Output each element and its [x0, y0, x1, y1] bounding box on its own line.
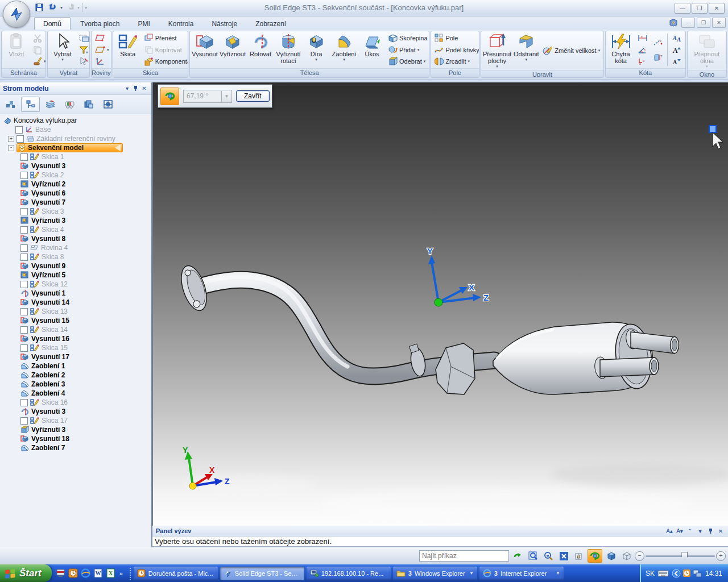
zoom-slider[interactable]: − +	[635, 551, 726, 561]
ribbon-button-coordinate-system[interactable]: z	[93, 56, 111, 67]
ribbon-button-pod-l-k-ivky[interactable]: Podél křivky	[433, 44, 479, 56]
ribbon-button--kos[interactable]: Úkos	[358, 32, 386, 68]
tree-item-base[interactable]: *Base	[0, 125, 151, 134]
visibility-checkbox[interactable]	[20, 281, 28, 288]
ribbon-button-format-brush[interactable]: ▾	[31, 56, 46, 67]
undo-dropdown[interactable]: ▾	[60, 5, 63, 10]
word-launch-icon[interactable]: W	[93, 568, 103, 578]
ribbon-button-sko-epina[interactable]: Skořepina▾	[387, 32, 429, 44]
visibility-checkbox[interactable]	[15, 126, 23, 134]
tab-dom-[interactable]: Domů	[34, 17, 71, 30]
tree-item-vysunut-16[interactable]: Vysunutí 16	[0, 334, 151, 343]
dropdown-arrow-icon[interactable]: ▾	[107, 48, 109, 52]
ribbon-button-text-increase[interactable]: A	[670, 44, 684, 56]
visibility-checkbox[interactable]	[16, 135, 24, 143]
visibility-checkbox[interactable]	[20, 326, 28, 334]
rotation-angle-combo[interactable]: 67,19 ° ▼	[183, 90, 232, 103]
tab-tvorba-ploch[interactable]: Tvorba ploch	[72, 18, 128, 30]
tab-pmi[interactable]: PMI	[129, 18, 158, 30]
visibility-checkbox[interactable]	[20, 253, 28, 261]
tree-item-vysunut-6[interactable]: Vysunutí 6	[0, 189, 151, 198]
visibility-checkbox[interactable]	[20, 344, 28, 352]
tree-item-skica-14[interactable]: Skica 14	[0, 325, 151, 334]
ribbon-button-zm-nit-velikost[interactable]: Změnit velikost▾	[541, 45, 602, 56]
tree-item-vysunut-3[interactable]: Vysunutí 3	[0, 161, 151, 171]
tree-tool-playback[interactable]	[61, 97, 78, 111]
tree-item-skica-8[interactable]: Skica 8	[0, 252, 151, 261]
application-button[interactable]	[3, 1, 30, 28]
tray-clock-icon[interactable]	[682, 569, 691, 577]
tree-item-koncovka-v-fuku-par[interactable]: Koncovka výfuku.par	[0, 116, 151, 125]
restore-button[interactable]: ❐	[692, 3, 708, 14]
dropdown-arrow-icon[interactable]: ▾	[468, 59, 470, 64]
internet-explorer-launch-icon[interactable]	[81, 568, 90, 578]
expand-icon[interactable]: +	[8, 136, 14, 142]
selected-item-highlight[interactable]: Sekvenční model	[16, 143, 123, 152]
viewport-3d[interactable]: Y X Z Y X Z	[152, 82, 728, 526]
redo-button[interactable]	[64, 2, 76, 13]
undo-button[interactable]	[47, 2, 59, 13]
tree-item-vy-znut-2[interactable]: Vyříznutí 2	[0, 180, 151, 189]
search-go-button[interactable]	[511, 550, 524, 562]
tree-item-skica-17[interactable]: Skica 17	[0, 416, 151, 425]
dropdown-arrow-icon[interactable]: ▾	[429, 36, 430, 40]
ribbon-button-p-epnout-okna[interactable]: Přepnout okna▾	[689, 32, 725, 69]
pin-icon[interactable]	[706, 527, 714, 535]
zoom-slider-thumb[interactable]	[681, 552, 688, 560]
tree-item-zaoblen-2[interactable]: Zaoblení 2	[0, 371, 151, 380]
ribbon-button-plane-menu[interactable]: ▾	[93, 44, 111, 56]
hide-tray-icons-button[interactable]	[672, 569, 681, 578]
dropdown-arrow-icon[interactable]: ▾	[706, 64, 708, 69]
dropdown-arrow-icon[interactable]: ▾	[315, 57, 317, 62]
ribbon-button-zrcadlit[interactable]: Zrcadlit▾	[433, 56, 479, 67]
tree-item-skica-4[interactable]: Skica 4	[0, 225, 151, 234]
ribbon-button-odstranit[interactable]: Odstranit▾	[512, 32, 540, 69]
minimize-button[interactable]: —	[675, 3, 690, 14]
save-button[interactable]	[33, 2, 46, 13]
visibility-checkbox[interactable]	[20, 208, 28, 215]
tree-item-vy-znut-3[interactable]: Vyříznutí 3	[0, 216, 151, 225]
ribbon-button-deselect[interactable]	[77, 56, 90, 67]
mdi-restore-button[interactable]: ❐	[697, 18, 710, 28]
tree-item-skica-3[interactable]: Skica 3	[0, 207, 151, 216]
tree-item-skica-15[interactable]: Skica 15	[0, 343, 151, 352]
ribbon-button-komponenta[interactable]: Komponenta	[143, 56, 188, 67]
ribbon-button-p-idat[interactable]: Přidat▾	[387, 44, 429, 56]
visibility-checkbox[interactable]	[20, 399, 28, 406]
ribbon-button-vysunout[interactable]: Vysunout	[191, 32, 218, 68]
mdi-close-button[interactable]: ✕	[712, 18, 726, 28]
ribbon-button-text-decrease[interactable]: A	[670, 56, 684, 67]
panel-close-icon[interactable]: ✕	[140, 85, 148, 93]
tree-tool-layers[interactable]	[42, 97, 59, 111]
tree-item-vysunut-18[interactable]: Vysunutí 18	[0, 434, 151, 443]
origin-point[interactable]	[435, 298, 442, 306]
visibility-checkbox[interactable]	[20, 172, 28, 179]
tree-item-zaoblen-3[interactable]: Zaoblení 3	[0, 380, 151, 389]
network-icon[interactable]	[693, 569, 702, 577]
exhaust-model[interactable]	[176, 263, 679, 394]
tree-tool-library[interactable]	[80, 97, 98, 111]
tree-item-z-kladn-referen-n-roviny[interactable]: +Základní referenční roviny	[0, 134, 151, 143]
tree-item-skica-16[interactable]: Skica 16	[0, 398, 151, 407]
zoom-button[interactable]: ±	[541, 550, 555, 562]
tree-item-vysunut-15[interactable]: Vysunutí 15	[0, 316, 151, 325]
dropdown-arrow-icon[interactable]: ▾	[417, 48, 420, 52]
ribbon-button-vlo-it[interactable]: Vložit	[3, 32, 30, 68]
ribbon-button-skica[interactable]: Skica	[114, 32, 142, 68]
help-icon[interactable]: ?	[667, 18, 680, 27]
ribbon-button-vybrat[interactable]: Vybrat▾	[49, 32, 76, 68]
close-button[interactable]: ✕	[709, 3, 725, 14]
pin-icon[interactable]	[131, 85, 140, 93]
dropdown-arrow-icon[interactable]: ▾	[496, 64, 498, 69]
panel-menu-icon[interactable]: ▾	[696, 527, 704, 535]
tab-zobrazen-[interactable]: Zobrazení	[247, 18, 295, 30]
visibility-checkbox[interactable]	[20, 244, 28, 252]
mdi-minimize-button[interactable]: —	[681, 18, 695, 28]
font-increase-icon[interactable]: A▴	[665, 527, 673, 535]
ribbon-button-rotovat[interactable]: Rotovat	[247, 32, 274, 68]
ribbon-button-cut-scissors[interactable]	[31, 32, 46, 44]
collapse-icon[interactable]: ⌃	[686, 527, 694, 535]
tree-item-vysunut-7[interactable]: Vysunutí 7	[0, 198, 151, 207]
dropdown-arrow-icon[interactable]: ▾	[526, 57, 528, 62]
language-indicator[interactable]: SK	[646, 569, 655, 577]
